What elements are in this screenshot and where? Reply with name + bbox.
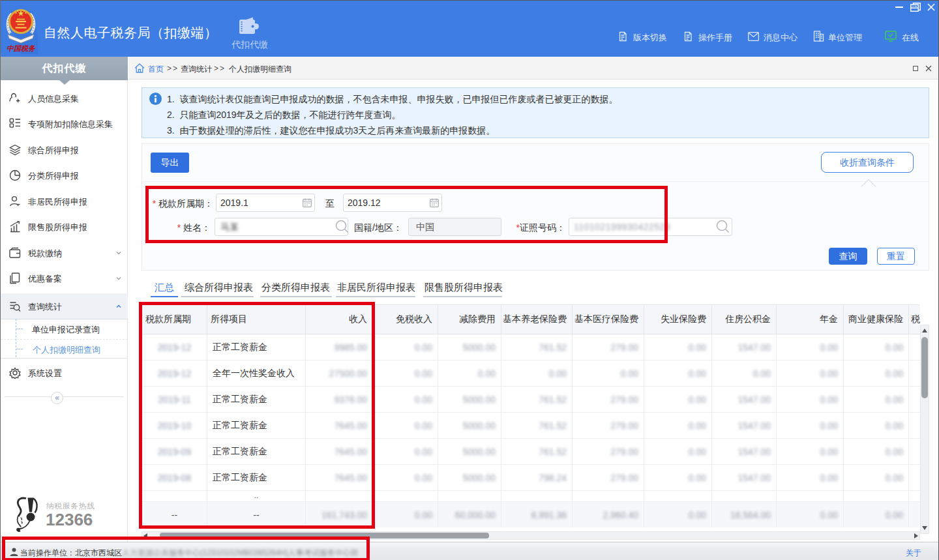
svg-text:中国税务: 中国税务 [7, 44, 36, 52]
